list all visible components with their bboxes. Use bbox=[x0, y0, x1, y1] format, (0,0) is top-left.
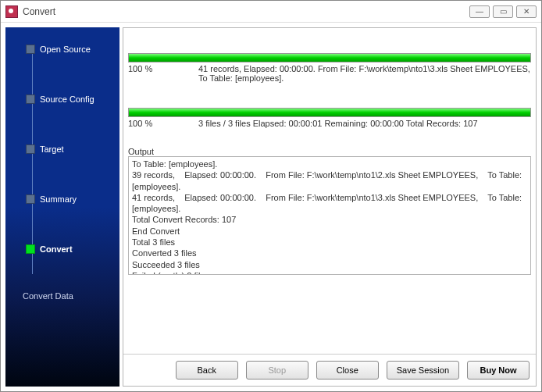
sidebar-item-label: Open Source bbox=[40, 45, 91, 54]
sidebar: Open Source Source Config Target Summary… bbox=[5, 27, 119, 387]
sidebar-item-target[interactable]: Target bbox=[5, 141, 119, 157]
button-bar: Back Stop Close Save Session Buy Now bbox=[123, 354, 536, 386]
back-button[interactable]: Back bbox=[176, 361, 238, 380]
sidebar-item-label: Convert bbox=[40, 244, 73, 254]
app-window: Convert — ▭ ✕ Open Source Source Config … bbox=[0, 0, 542, 392]
step-icon bbox=[26, 45, 35, 54]
close-button[interactable]: Close bbox=[316, 361, 379, 380]
progress-text-2: 100 % 3 files / 3 files Elapsed: 00:00:0… bbox=[128, 117, 531, 133]
sidebar-item-label: Source Config bbox=[40, 94, 94, 104]
sidebar-footer: Convert Data bbox=[5, 291, 119, 301]
output-textarea[interactable]: To Table: [employees]. 39 records, Elaps… bbox=[128, 156, 531, 275]
progress-bar-1 bbox=[128, 53, 531, 62]
tree-connector bbox=[32, 48, 33, 274]
progress-percent-1: 100 % bbox=[128, 64, 198, 83]
progress-detail-2: 3 files / 3 files Elapsed: 00:00:01 Rema… bbox=[198, 119, 531, 128]
main-panel: 安下载 anxz.com 100 % 41 records, Elapsed: … bbox=[123, 27, 537, 387]
window-controls: — ▭ ✕ bbox=[469, 5, 537, 18]
sidebar-item-summary[interactable]: Summary bbox=[5, 191, 119, 207]
progress-detail-1: 41 records, Elapsed: 00:00:00. From File… bbox=[198, 64, 531, 83]
progress-percent-2: 100 % bbox=[128, 119, 198, 128]
minimize-button[interactable]: — bbox=[469, 5, 490, 18]
maximize-button[interactable]: ▭ bbox=[493, 5, 513, 18]
step-icon bbox=[26, 244, 35, 254]
content-area: 安下载 anxz.com 100 % 41 records, Elapsed: … bbox=[123, 28, 536, 354]
sidebar-item-label: Summary bbox=[40, 194, 77, 204]
progress-block-2: 100 % 3 files / 3 files Elapsed: 00:00:0… bbox=[128, 108, 531, 133]
sidebar-item-source-config[interactable]: Source Config bbox=[5, 91, 119, 107]
step-icon bbox=[26, 194, 35, 204]
progress-text-1: 100 % 41 records, Elapsed: 00:00:00. Fro… bbox=[128, 62, 531, 87]
stop-button[interactable]: Stop bbox=[246, 361, 308, 380]
save-session-button[interactable]: Save Session bbox=[387, 361, 459, 380]
progress-bar-2 bbox=[128, 108, 531, 117]
sidebar-item-open-source[interactable]: Open Source bbox=[5, 41, 119, 57]
body-area: Open Source Source Config Target Summary… bbox=[1, 23, 541, 391]
sidebar-item-convert[interactable]: Convert bbox=[5, 241, 119, 257]
app-icon bbox=[5, 5, 18, 18]
sidebar-item-label: Target bbox=[40, 144, 64, 154]
buy-now-button[interactable]: Buy Now bbox=[467, 361, 530, 380]
close-window-button[interactable]: ✕ bbox=[516, 5, 537, 18]
step-icon bbox=[26, 144, 35, 154]
output-label: Output bbox=[128, 147, 531, 156]
progress-block-1: 100 % 41 records, Elapsed: 00:00:00. Fro… bbox=[128, 53, 531, 87]
titlebar: Convert — ▭ ✕ bbox=[1, 1, 541, 23]
window-title: Convert bbox=[23, 6, 469, 17]
step-icon bbox=[26, 94, 35, 104]
